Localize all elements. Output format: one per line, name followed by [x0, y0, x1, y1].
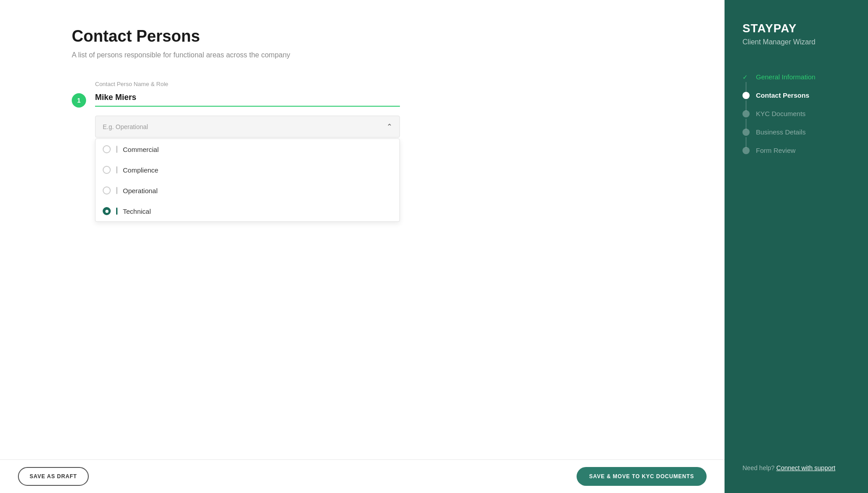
- separator-operational: [116, 187, 117, 194]
- role-option-complience[interactable]: Complience: [95, 160, 399, 180]
- role-option-commercial[interactable]: Commercial: [95, 139, 399, 160]
- sidebar-item-label-general: General Information: [756, 73, 816, 81]
- sidebar-item-kyc[interactable]: KYC Documents: [742, 104, 850, 123]
- role-label-complience: Complience: [123, 166, 158, 174]
- nav-dot-kyc: [742, 110, 750, 117]
- brand-logo: STAYPAY: [742, 22, 850, 35]
- radio-operational: [103, 186, 111, 195]
- role-dropdown-trigger[interactable]: E.g. Operational ⌃: [95, 116, 400, 138]
- sidebar-item-label-kyc: KYC Documents: [756, 110, 806, 117]
- sidebar-footer: Need help? Connect with support: [742, 464, 850, 471]
- sidebar-item-label-contact: Contact Persons: [756, 91, 809, 99]
- separator-commercial: [116, 146, 117, 153]
- sidebar-item-business[interactable]: Business Details: [742, 123, 850, 141]
- sidebar-item-general[interactable]: ✓ General Information: [742, 68, 850, 86]
- nav-dot-contact: [742, 92, 750, 99]
- footer-bar: SAVE AS DRAFT SAVE & MOVE TO KYC DOCUMEN…: [0, 459, 725, 493]
- contact-fields: Contact Perso Name & Role E.g. Operation…: [95, 81, 400, 138]
- sidebar: STAYPAY Client Manager Wizard ✓ General …: [725, 0, 868, 493]
- contact-name-label: Contact Perso Name & Role: [95, 81, 400, 87]
- help-text: Need help?: [742, 464, 775, 471]
- contact-name-input[interactable]: [95, 91, 400, 107]
- sidebar-item-label-review: Form Review: [756, 147, 795, 154]
- radio-technical: [103, 207, 111, 215]
- nav-dot-review: [742, 147, 750, 154]
- role-option-operational[interactable]: Operational: [95, 180, 399, 201]
- dropdown-placeholder: E.g. Operational: [103, 123, 148, 130]
- radio-commercial: [103, 145, 111, 153]
- contact-number-badge: 1: [72, 93, 86, 108]
- sidebar-item-review[interactable]: Form Review: [742, 141, 850, 160]
- role-dropdown-list: Commercial Complience Operational: [95, 138, 400, 222]
- support-link[interactable]: Connect with support: [777, 464, 836, 471]
- sidebar-item-label-business: Business Details: [756, 128, 806, 136]
- check-icon-general: ✓: [742, 74, 750, 81]
- nav-dot-business: [742, 129, 750, 136]
- chevron-up-icon: ⌃: [386, 122, 392, 131]
- role-dropdown: E.g. Operational ⌃ Commercial Compli: [95, 116, 400, 138]
- wizard-nav: ✓ General Information Contact Persons KY…: [742, 68, 850, 160]
- role-label-commercial: Commercial: [123, 146, 159, 153]
- separator-complience: [116, 166, 117, 173]
- separator-technical: [116, 208, 117, 215]
- page-subtitle: A list of persons responsible for functi…: [72, 51, 671, 59]
- save-next-button[interactable]: SAVE & MOVE TO KYC DOCUMENTS: [577, 467, 707, 486]
- role-label-operational: Operational: [123, 187, 158, 195]
- wizard-title: Client Manager Wizard: [742, 38, 850, 46]
- role-option-technical[interactable]: Technical: [95, 201, 399, 221]
- contact-card: 1 Contact Perso Name & Role E.g. Operati…: [72, 81, 671, 138]
- save-draft-button[interactable]: SAVE AS DRAFT: [18, 467, 89, 486]
- role-label-technical: Technical: [123, 208, 151, 215]
- main-content: Contact Persons A list of persons respon…: [0, 0, 725, 493]
- sidebar-item-contact[interactable]: Contact Persons: [742, 86, 850, 104]
- page-title: Contact Persons: [72, 27, 671, 46]
- form-area: Contact Persons A list of persons respon…: [0, 0, 725, 459]
- radio-complience: [103, 166, 111, 174]
